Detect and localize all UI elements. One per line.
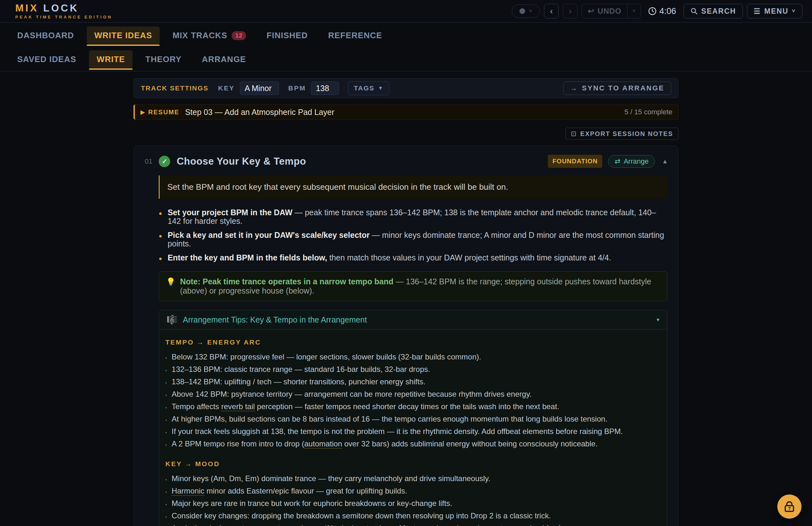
tip-item-text: 138–142 BPM: uplifting / tech — shorter … [172,376,425,387]
resume-label: ▶ RESUME [141,109,179,116]
bullet-square-icon: ▪ [165,486,167,498]
app-logo-subtitle: PEAK TIME TRANCE EDITION [15,15,113,19]
tip-item: ▪138–142 BPM: uplifting / tech — shorter… [165,376,659,389]
checklist-item-lead: Set your project BPM in the DAW [168,208,292,217]
bpm-input[interactable] [311,81,339,95]
note-lead-text: Note: Peak time trance operates in a nar… [180,277,394,286]
tip-item: ▪Above 142 BPM: psytrance territory — ar… [165,389,659,401]
caret-down-icon: ▼ [378,85,384,91]
tab-finished-label: FINISHED [266,31,307,41]
step-number: 01 [145,157,152,166]
lock-help-fab[interactable]: ? [777,495,801,519]
tab-dashboard[interactable]: DASHBOARD [10,27,82,45]
resume-banner[interactable]: ▶ RESUME Step 03 — Add an Atmospheric Pa… [133,104,679,120]
undo-button[interactable]: ↩ UNDO [582,4,627,18]
glossary-term[interactable]: Harmonic [172,486,205,496]
export-row: ⊡ EXPORT SESSION NOTES [133,128,679,140]
glossary-term[interactable]: automation [304,439,342,449]
tags-dropdown-button[interactable]: TAGS ▼ [348,81,389,95]
bullet-square-icon: ▪ [165,352,167,364]
tab-mix-tracks[interactable]: MIX TRACKS12 [165,27,254,45]
lock-question-icon: ? [782,499,796,514]
tip-item: ▪Below 132 BPM: progressive feel — longe… [165,351,659,364]
tab-dashboard-label: DASHBOARD [17,31,74,41]
bullet-square-icon: ▪ [165,377,167,389]
sync-button-label: SYNC TO ARRANGE [582,84,665,92]
resume-label-text: RESUME [148,109,179,116]
status-dot-icon [520,8,525,14]
bullet-square-icon: ▪ [165,499,167,510]
tip-item-text: Am is the single most common trance key … [172,523,570,526]
tip-item: ▪Harmonic minor adds Eastern/epic flavou… [165,485,659,498]
app-header: MIX LOCK PEAK TIME TRANCE EDITION ˅ ‹ › … [0,0,812,22]
clock-icon [648,7,656,15]
bullet-dot-icon: ● [159,209,162,218]
history-forward-button[interactable]: › [563,4,578,18]
collapse-step-button[interactable]: ▲ [662,158,668,165]
tip-item: ▪A 2 BPM tempo rise from intro to drop (… [165,438,659,451]
lightbulb-icon: 💡 [166,277,176,286]
tip-item: ▪Tempo affects reverb tail perception — … [165,401,659,413]
checklist-item: ●Pick a key and set it in your DAW's sca… [159,231,667,248]
undo-label: UNDO [597,7,621,16]
export-session-notes-button[interactable]: ⊡ EXPORT SESSION NOTES [565,128,679,140]
subtab-theory[interactable]: THEORY [138,50,189,69]
arrangement-tips-title: Arrangement Tips: Key & Tempo in the Arr… [183,315,367,325]
tips-list: ▪Minor keys (Am, Dm, Em) dominate trance… [165,473,659,526]
glossary-term[interactable]: reverb tail [221,402,255,411]
step-intro-callout: Set the BPM and root key that every subs… [159,176,667,199]
tab-write-ideas[interactable]: WRITE IDEAS [87,27,160,45]
subtab-saved-ideas-label: SAVED IDEAS [17,55,76,64]
checklist-item-lead: Pick a key and set it in your DAW's scal… [168,230,370,239]
search-button[interactable]: SEARCH [684,4,743,18]
note-text: Note: Peak time trance operates in a nar… [180,277,660,296]
step-card-header[interactable]: 01 ✓ Choose Your Key & Tempo FOUNDATION … [145,153,668,176]
step-card-body: Set the BPM and root key that every subs… [145,176,668,526]
history-back-button[interactable]: ‹ [544,4,559,18]
subtab-arrange[interactable]: ARRANGE [194,50,254,69]
resume-step-title: Step 03 — Add an Atmospheric Pad Layer [185,108,334,117]
secondary-tab-bar: SAVED IDEASWRITETHEORYARRANGE [0,46,812,70]
tip-item-text: Major keys are rare in trance but work f… [172,498,452,509]
session-time-value: 4:06 [659,6,676,16]
arrange-badge[interactable]: ⇄ Arrange [608,155,655,168]
app-logo-title: MIX LOCK [15,3,113,13]
tip-item: ▪If your track feels sluggish at 138, th… [165,426,659,438]
tip-item: ▪Major keys are rare in trance but work … [165,498,659,510]
undo-dropdown-button[interactable]: ˅ [627,4,640,18]
checklist-item-rest: then match those values in your DAW proj… [327,253,611,262]
play-icon: ▶ [141,109,145,116]
tab-reference[interactable]: REFERENCE [321,27,390,45]
status-dropdown[interactable]: ˅ [512,4,540,18]
arrangement-tips-panel: 🎼 Arrangement Tips: Key & Tempo in the A… [159,310,667,526]
bullet-square-icon: ▪ [165,511,167,523]
bullet-square-icon: ▪ [165,474,167,485]
tips-section-heading-key-mood: KEY → MOOD [165,460,659,468]
tips-list: ▪Below 132 BPM: progressive feel — longe… [165,351,659,451]
tab-finished[interactable]: FINISHED [259,27,315,45]
tags-button-label: TAGS [354,85,375,92]
bullet-square-icon: ▪ [165,439,167,451]
export-icon: ⊡ [571,130,577,137]
key-input[interactable] [240,81,279,95]
tip-item-text: Below 132 BPM: progressive feel — longer… [172,351,481,362]
subtab-saved-ideas[interactable]: SAVED IDEAS [10,50,84,69]
tip-item-text: Tempo affects reverb tail perception — f… [172,401,559,412]
chevron-down-icon: ˅ [633,8,636,14]
search-icon [690,7,698,15]
chevron-left-icon: ‹ [550,6,553,16]
key-field-label: KEY [218,85,234,92]
tab-reference-label: REFERENCE [328,31,382,41]
search-button-label: SEARCH [701,7,736,16]
subtab-arrange-label: ARRANGE [202,55,246,64]
export-button-label: EXPORT SESSION NOTES [580,130,673,137]
bullet-square-icon: ▪ [165,390,167,401]
subtab-write[interactable]: WRITE [89,50,133,69]
menu-button[interactable]: ☰ MENU ˅ [747,4,802,18]
session-timer: 4:06 [648,6,676,16]
bullet-dot-icon: ● [159,254,162,263]
sync-to-arrange-button[interactable]: → SYNC TO ARRANGE [563,81,671,95]
arrangement-tips-header[interactable]: 🎼 Arrangement Tips: Key & Tempo in the A… [159,310,667,330]
app-logo: MIX LOCK PEAK TIME TRANCE EDITION [15,3,113,19]
step-checklist: ●Set your project BPM in the DAW — peak … [159,208,667,263]
